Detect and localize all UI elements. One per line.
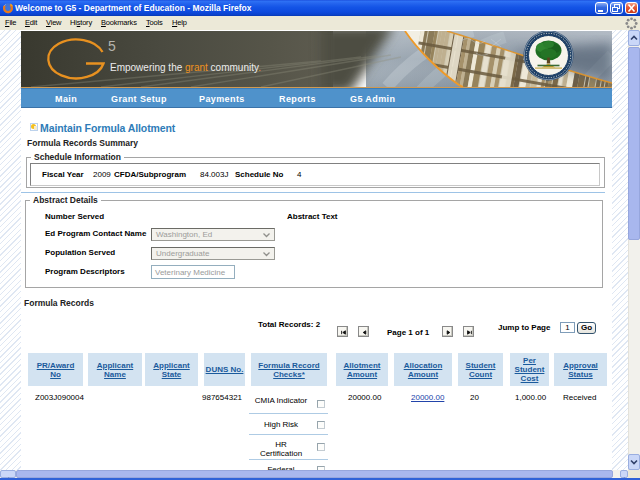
svg-text:Empowering the grant community: Empowering the grant community. (110, 62, 261, 73)
svg-text:5: 5 (108, 38, 116, 54)
